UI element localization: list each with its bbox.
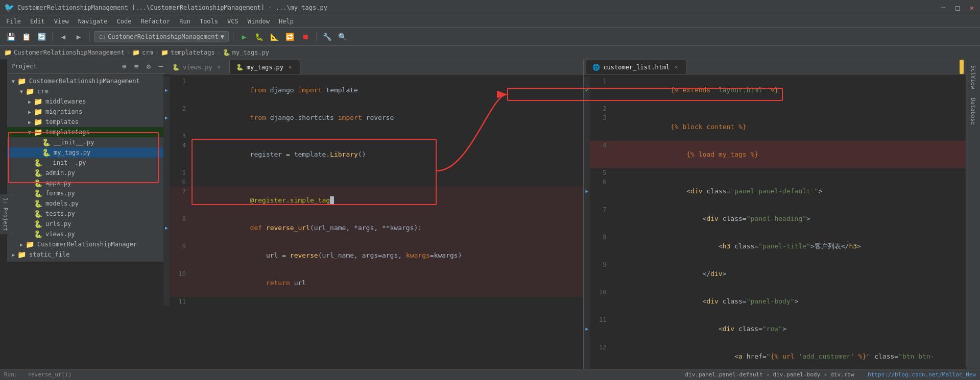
menu-file[interactable]: File bbox=[2, 17, 25, 26]
right-code-area[interactable]: ✔ 1 {% extends 'layout.html' %} 2 bbox=[584, 74, 966, 369]
menu-view[interactable]: View bbox=[50, 17, 73, 26]
sidebar-layout-btn[interactable]: ≡ bbox=[131, 61, 141, 71]
linecontent-11 bbox=[190, 297, 583, 306]
linenum-3: 3 bbox=[170, 132, 190, 141]
gutter-6 bbox=[163, 178, 170, 187]
tab-icon-views: 🐍 bbox=[172, 64, 180, 71]
gutter-4 bbox=[163, 141, 170, 168]
tree-label-templatetags: templatetags bbox=[45, 129, 90, 136]
menu-code[interactable]: Code bbox=[113, 17, 136, 26]
tree-item-views[interactable]: 🐍 views.py bbox=[7, 229, 170, 239]
breadcrumb-folder-icon: 📁 bbox=[4, 49, 12, 56]
arrow-middlewares: ▶ bbox=[27, 99, 33, 105]
rgutter-7 bbox=[584, 205, 590, 233]
sidebar-collapse-btn[interactable]: ─ bbox=[156, 61, 166, 71]
left-code-area[interactable]: ▶ 1 from django import template ▶ 2 from… bbox=[163, 74, 583, 369]
title-bar: 🐦 CustomerRelationshipManagement [...\Cu… bbox=[0, 0, 980, 15]
menu-run[interactable]: Run bbox=[175, 17, 195, 26]
tab-close-views[interactable]: ✕ bbox=[216, 64, 223, 71]
breadcrumb-file[interactable]: my_tags.py bbox=[232, 49, 269, 56]
breadcrumb-templatetags[interactable]: templatetags bbox=[171, 49, 215, 56]
tree-item-forms[interactable]: 🐍 forms.py bbox=[7, 188, 170, 198]
close-button[interactable]: ✕ bbox=[968, 4, 976, 12]
menu-edit[interactable]: Edit bbox=[26, 17, 49, 26]
menu-tools[interactable]: Tools bbox=[196, 17, 222, 26]
rgutter-2 bbox=[584, 104, 590, 113]
scl-view-tab[interactable]: SclView bbox=[968, 61, 978, 93]
tree-item-urls[interactable]: 🐍 urls.py bbox=[7, 219, 170, 229]
tab-my-tags[interactable]: 🐍 my_tags.py ✕ bbox=[229, 60, 300, 74]
database-tab[interactable]: Database bbox=[968, 94, 978, 129]
code-line-7: 7 @register.simple_tag bbox=[163, 187, 583, 214]
back-button[interactable]: ◀ bbox=[57, 30, 70, 43]
rlinenum-7: 7 bbox=[590, 205, 610, 233]
breadcrumb-folder-icon-2: 📁 bbox=[132, 49, 140, 56]
tree-item-static[interactable]: ▶ 📁 static_file bbox=[7, 249, 170, 260]
run-button[interactable]: ▶ bbox=[237, 30, 251, 43]
maximize-button[interactable]: □ bbox=[953, 4, 962, 12]
sidebar-settings-btn[interactable]: ⚙ bbox=[144, 61, 154, 71]
rcode-line-6: ▶ 6 <div class="panel panel-default "> bbox=[584, 178, 966, 205]
tree-label-urls: urls.py bbox=[45, 220, 71, 227]
menu-refactor[interactable]: Refactor bbox=[136, 17, 174, 26]
rlinecontent-12: <a href="{% url 'add_customer' %}" class… bbox=[610, 343, 966, 369]
rerun-button[interactable]: 🔁 bbox=[283, 30, 297, 43]
rlinenum-2: 2 bbox=[590, 104, 610, 113]
tab-label-views: views.py bbox=[183, 64, 212, 71]
rlinecontent-6: <div class="panel panel-default "> bbox=[610, 178, 966, 205]
menu-vcs[interactable]: VCS bbox=[223, 17, 243, 26]
coverage-button[interactable]: 📐 bbox=[268, 30, 281, 43]
tree-item-templates[interactable]: ▶ 📁 templates bbox=[7, 117, 170, 127]
sidebar-add-btn[interactable]: ⊕ bbox=[119, 61, 129, 71]
linecontent-8: def reverse_url(url_name, *args, **kwarg… bbox=[190, 214, 583, 242]
refresh-button[interactable]: 🔄 bbox=[35, 30, 48, 43]
rlinecontent-8: <h3 class="panel-title">客户列表</h3> bbox=[610, 233, 966, 260]
tab-customer-list[interactable]: 🌐 customer_list.html ✕ bbox=[586, 60, 686, 74]
rlinenum-10: 10 bbox=[590, 288, 610, 315]
menu-window[interactable]: Window bbox=[244, 17, 274, 26]
breadcrumb-project[interactable]: CustomerRelationshipManagement bbox=[14, 49, 125, 56]
tree-label-views: views.py bbox=[45, 231, 75, 238]
breadcrumb-crm[interactable]: crm bbox=[142, 49, 153, 56]
tree-item-crm[interactable]: ▼ 📁 crm bbox=[7, 86, 170, 96]
gutter-5 bbox=[163, 168, 170, 178]
folder-icon-templatetags: 📁 bbox=[34, 128, 42, 136]
linecontent-9: url = reverse(url_name, args=args, kwarg… bbox=[190, 242, 583, 269]
tree-item-init-templatetags[interactable]: 🐍 __init__.py bbox=[7, 137, 170, 147]
tree-item-middlewares[interactable]: ▶ 📁 middlewares bbox=[7, 96, 170, 107]
linenum-8: 8 bbox=[170, 214, 190, 242]
forward-button[interactable]: ▶ bbox=[72, 30, 85, 43]
tree-label-tests: tests.py bbox=[45, 210, 75, 217]
tree-item-crm-manager[interactable]: ▶ 📁 CustomerRelationshipManager bbox=[7, 239, 170, 249]
stop-button[interactable]: ⏹ bbox=[299, 30, 312, 43]
editors: 🐍 views.py ✕ 🐍 my_tags.py ✕ ▶ 1 bbox=[163, 59, 980, 369]
gutter-11 bbox=[163, 297, 170, 306]
debug-button[interactable]: 🐛 bbox=[253, 30, 266, 43]
tree-item-tests[interactable]: 🐍 tests.py bbox=[7, 209, 170, 219]
settings-button[interactable]: 🔧 bbox=[321, 30, 334, 43]
tree-item-apps[interactable]: 🐍 apps.py bbox=[7, 178, 170, 188]
tree-label-init-crm: __init__.py bbox=[45, 159, 86, 166]
menu-navigate[interactable]: Navigate bbox=[74, 17, 112, 26]
minimize-button[interactable]: ─ bbox=[939, 4, 947, 12]
rgutter-8 bbox=[584, 233, 590, 260]
tree-item-templatetags[interactable]: ▼ 📁 templatetags bbox=[7, 127, 170, 137]
menu-help[interactable]: Help bbox=[275, 17, 298, 26]
project-selector[interactable]: 🗂 CustomerRelationshipManagement ▼ bbox=[94, 31, 229, 42]
tree-item-migrations[interactable]: ▶ 📁 migrations bbox=[7, 107, 170, 117]
breadcrumb-file-icon: 🐍 bbox=[223, 49, 230, 56]
sync-button[interactable]: 📋 bbox=[19, 30, 33, 43]
tree-item-root[interactable]: ▼ 📁 CustomerRelationshipManagement bbox=[7, 76, 170, 86]
save-button[interactable]: 💾 bbox=[4, 30, 17, 43]
tree-item-my-tags[interactable]: 🐍 my_tags.py bbox=[7, 147, 170, 158]
code-line-8: ▶ 8 def reverse_url(url_name, *args, **k… bbox=[163, 214, 583, 242]
tree-item-init-crm[interactable]: 🐍 __init__.py bbox=[7, 158, 170, 168]
tab-close-customer-list[interactable]: ✕ bbox=[673, 64, 680, 71]
tree-item-admin[interactable]: 🐍 admin.py bbox=[7, 168, 170, 178]
tab-close-my-tags[interactable]: ✕ bbox=[286, 64, 294, 71]
tab-views-py[interactable]: 🐍 views.py ✕ bbox=[165, 60, 229, 74]
tree-item-models[interactable]: 🐍 models.py bbox=[7, 198, 170, 209]
sidebar: Project ⊕ ≡ ⚙ ─ ▼ 📁 CustomerRelationship… bbox=[7, 59, 171, 262]
project-panel-tab[interactable]: 1: Project bbox=[0, 194, 11, 234]
search-button[interactable]: 🔍 bbox=[336, 30, 349, 43]
